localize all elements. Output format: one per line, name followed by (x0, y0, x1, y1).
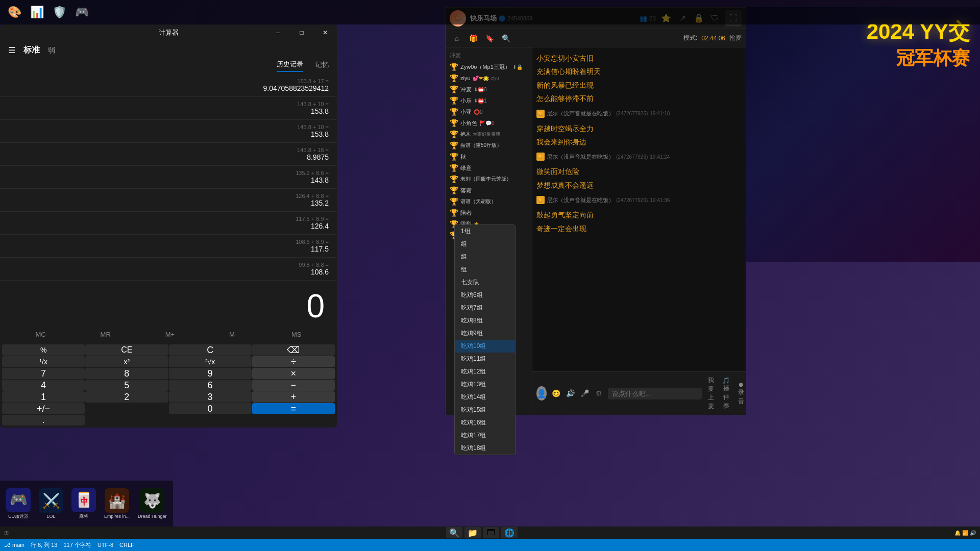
mminus-button[interactable]: M- (225, 329, 241, 340)
ce-button[interactable]: CE (85, 344, 168, 356)
user-item[interactable]: 🏆 陪者 (446, 207, 532, 218)
user-item[interactable]: 🏆 ziyu 💕❤🌟 ziyu (446, 72, 532, 84)
history-item[interactable]: 143.8 + 16 = 8.9875 (0, 143, 337, 166)
bookmark-toolbar-icon[interactable]: 🔖 (482, 31, 497, 45)
nine-button[interactable]: 9 (169, 368, 252, 379)
history-item[interactable]: 117.5 + 8.9 = 126.4 (0, 212, 337, 235)
taskbar-widgets[interactable]: 🗔 (483, 527, 499, 538)
divide-button[interactable]: ÷ (252, 356, 335, 367)
user-item[interactable]: 🏆 小亚 ⭕0 (446, 106, 532, 117)
user-item[interactable]: 🏆 落霜 (446, 185, 532, 196)
decimal-button[interactable]: . (2, 415, 85, 425)
dropdown-item[interactable]: 吃鸡15组 (455, 404, 515, 416)
dropdown-item[interactable]: 组 (455, 263, 515, 276)
dropdown-item[interactable]: 吃鸡9组 (455, 327, 515, 340)
reciprocal-button[interactable]: ¹/x (2, 356, 85, 367)
history-item[interactable]: 135.2 + 8.6 = 143.8 (0, 166, 337, 189)
taskbar-file[interactable]: 📁 (464, 527, 481, 538)
app-lol[interactable]: ⚔️ LOL (37, 486, 65, 521)
mic-request-button[interactable]: 我要上麦 (705, 375, 717, 412)
dropdown-item[interactable]: 组 (455, 238, 515, 251)
one-button[interactable]: 1 (2, 391, 85, 403)
three-button[interactable]: 3 (169, 391, 252, 403)
app-dread[interactable]: 🐺 Dread Hunger (136, 486, 169, 521)
square-button[interactable]: x² (85, 356, 168, 367)
dropdown-item[interactable]: 吃鸡16组 (455, 416, 515, 429)
subtract-button[interactable]: − (252, 380, 335, 391)
sci-mode-icon[interactable]: 弱 (48, 46, 55, 55)
volume-icon[interactable]: 🔊 (564, 387, 576, 399)
history-item[interactable]: 143.8 + 10 = 153.8 (0, 120, 337, 143)
dropdown-item[interactable]: 吃鸡18组 (455, 442, 515, 455)
history-item[interactable]: 153.8 ÷ 17 = 9.047058823529412 (0, 74, 337, 97)
two-button[interactable]: 2 (85, 391, 168, 403)
percent-button[interactable]: % (2, 344, 85, 356)
user-item[interactable]: 🏆 小角色 🚩💬0 (446, 117, 532, 129)
grab-mic-button[interactable]: 抢麦 (729, 34, 742, 42)
mr-button[interactable]: MR (96, 329, 115, 340)
taskbar-edge[interactable]: 🌐 (501, 527, 518, 538)
mic-icon[interactable]: 🎤 (578, 387, 591, 399)
user-item[interactable]: 🏆 Zyw0o（Mp1三冠） ⬇🔒 (446, 61, 532, 72)
zero-button[interactable]: 0 (169, 403, 252, 414)
four-button[interactable]: 4 (2, 380, 85, 391)
user-item[interactable]: 🏆 冲麦 ⬇📛0 (446, 84, 532, 95)
record-button[interactable]: ⏺ 录音 (735, 380, 746, 407)
six-button[interactable]: 6 (169, 380, 252, 391)
seven-button[interactable]: 7 (2, 368, 85, 379)
menu-icon[interactable]: ☰ (8, 45, 15, 55)
maximize-button[interactable]: □ (290, 24, 313, 41)
dropdown-item[interactable]: 吃鸡12组 (455, 365, 515, 378)
close-button[interactable]: ✕ (313, 24, 337, 41)
history-item[interactable]: 108.6 + 8.9 = 117.5 (0, 235, 337, 258)
settings-icon[interactable]: ⚙ (593, 387, 605, 399)
user-item[interactable]: 🏆 小乐 ⬇📛1 (446, 95, 532, 106)
user-item[interactable]: 🏆 振谱（重50斤版） (446, 140, 532, 151)
dropdown-item[interactable]: 吃鸡7组 (455, 302, 515, 314)
mplus-button[interactable]: M+ (161, 329, 179, 340)
add-button[interactable]: + (252, 391, 335, 403)
user-item[interactable]: 🏆 秋 (446, 151, 532, 162)
history-item[interactable]: 126.4 + 8.8 = 135.2 (0, 189, 337, 212)
chat-input[interactable] (608, 388, 702, 399)
history-item[interactable]: 143.8 + 10 = 153.8 (0, 97, 337, 120)
ms-button[interactable]: MS (287, 329, 306, 340)
multiply-button[interactable]: × (252, 368, 335, 379)
home-toolbar-icon[interactable]: ⌂ (450, 31, 464, 45)
emoji-icon[interactable]: 😊 (550, 387, 562, 399)
taskbar-start[interactable]: ⊞ (0, 530, 13, 536)
user-item[interactable]: 🏆 老刘（国服李元芳版） (446, 173, 532, 185)
dropdown-item-selected[interactable]: 吃鸡10组 (455, 340, 515, 353)
minimize-button[interactable]: ─ (266, 24, 290, 41)
taskbar-icon-3[interactable]: 🛡️ (49, 2, 69, 22)
clear-button[interactable]: C (169, 344, 252, 356)
user-item[interactable]: 🏆 抱木 大家好带带我 (446, 129, 532, 140)
taskbar-icon-2[interactable]: 📊 (27, 2, 47, 22)
dropdown-item[interactable]: 七女队 (455, 276, 515, 289)
music-button[interactable]: 🎵 播伴奏 (719, 376, 733, 411)
user-item[interactable]: 🏆 谱谱（天胡版） (446, 196, 532, 207)
dropdown-item[interactable]: 吃鸡17组 (455, 429, 515, 442)
history-tab[interactable]: 历史记录 (277, 60, 303, 72)
search-toolbar-icon[interactable]: 🔍 (499, 31, 513, 45)
dropdown-item[interactable]: 1组 (455, 225, 515, 238)
memory-tab[interactable]: 记忆 (315, 60, 329, 72)
dropdown-item[interactable]: 吃鸡14组 (455, 391, 515, 404)
five-button[interactable]: 5 (85, 380, 168, 391)
mc-button[interactable]: MC (31, 329, 50, 340)
app-uu[interactable]: 🎮 UU加速器 (4, 486, 33, 522)
gift-toolbar-icon[interactable]: 🎁 (466, 31, 480, 45)
sqrt-button[interactable]: ²√x (169, 356, 252, 367)
equals-button[interactable]: = (252, 403, 335, 414)
dropdown-item[interactable]: 吃鸡13组 (455, 378, 515, 391)
dropdown-item[interactable]: 吃鸡11组 (455, 353, 515, 365)
taskbar-icon-1[interactable]: 🎨 (4, 2, 24, 22)
user-item[interactable]: 🏆 绿意 (446, 162, 532, 173)
dropdown-item[interactable]: 吃鸡8组 (455, 314, 515, 327)
negate-button[interactable]: +/− (2, 403, 85, 414)
taskbar-search[interactable]: 🔍 (446, 527, 462, 538)
app-empires[interactable]: 🏰 Empires in... (102, 486, 132, 521)
taskbar-icon-4[interactable]: 🎮 (71, 2, 92, 22)
history-item[interactable]: 99.8 + 8.8 = 108.6 (0, 258, 337, 281)
dropdown-item[interactable]: 吃鸡6组 (455, 289, 515, 302)
